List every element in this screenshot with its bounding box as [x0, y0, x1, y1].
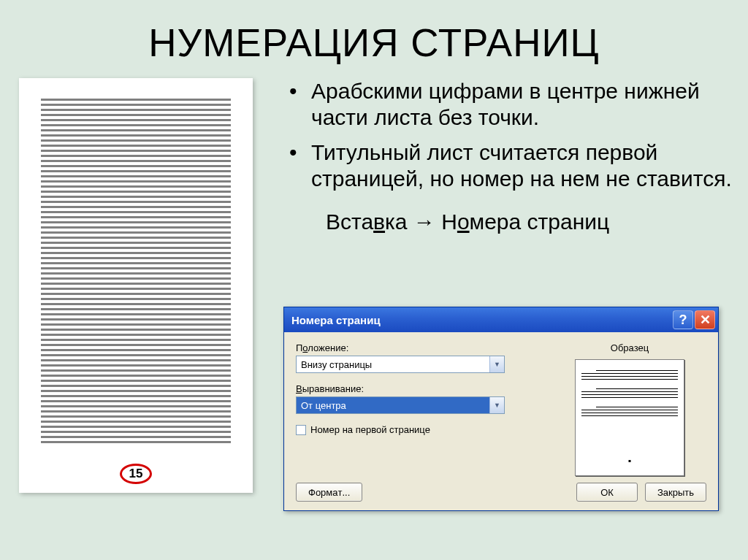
first-page-checkbox-row[interactable]: Номер на первой странице — [296, 424, 522, 435]
position-value: Внизу страницы — [297, 359, 489, 370]
dialog-title: Номера страниц — [291, 314, 671, 326]
page-number-value: 15 — [129, 467, 143, 481]
format-button[interactable]: Формат... — [296, 483, 362, 502]
ok-button[interactable]: ОК — [576, 483, 638, 502]
position-label: Положение: — [296, 342, 522, 353]
alignment-value: От центра — [297, 400, 489, 411]
page-numbers-dialog: Номера страниц ? ✕ Положение: Внизу стра… — [283, 307, 719, 511]
arrow-icon: → — [413, 210, 435, 234]
close-dialog-button[interactable]: Закрыть — [645, 483, 706, 502]
page-number-highlight: 15 — [120, 464, 152, 484]
close-button[interactable]: ✕ — [695, 310, 715, 329]
preview-area: Образец — [553, 342, 706, 476]
page-lines — [41, 99, 231, 443]
alignment-label: Выравнивание: — [296, 383, 522, 394]
slide: НУМЕРАЦИЯ СТРАНИЦ 15 Арабскими цифрами в… — [0, 0, 748, 560]
checkbox-icon[interactable] — [296, 425, 306, 435]
alignment-combo[interactable]: От центра ▼ — [296, 396, 505, 414]
chevron-down-icon: ▼ — [489, 356, 504, 372]
help-icon: ? — [679, 312, 687, 328]
slide-title: НУМЕРАЦИЯ СТРАНИЦ — [0, 0, 748, 65]
dialog-body: Положение: Внизу страницы ▼ Выравнивание… — [284, 332, 718, 510]
dialog-buttons: Формат... ОК Закрыть — [296, 483, 706, 502]
dialog-titlebar[interactable]: Номера страниц ? ✕ — [284, 307, 718, 332]
menu-path: Вставка → Номера страниц — [326, 210, 733, 234]
preview-label: Образец — [553, 342, 706, 353]
close-icon: ✕ — [700, 312, 711, 328]
preview-pagenum-dot — [629, 460, 631, 462]
chevron-down-icon: ▼ — [489, 397, 504, 413]
dialog-left: Положение: Внизу страницы ▼ Выравнивание… — [296, 342, 522, 435]
position-combo[interactable]: Внизу страницы ▼ — [296, 356, 505, 373]
help-button[interactable]: ? — [673, 310, 693, 329]
bullet-list: Арабскими цифрами в центре нижней части … — [282, 78, 733, 192]
bullet-item: Арабскими цифрами в центре нижней части … — [282, 78, 733, 131]
preview-box — [575, 359, 684, 476]
bullet-item: Титульный лист считается первой странице… — [282, 139, 733, 192]
page-illustration: 15 — [19, 78, 253, 493]
first-page-checkbox-label: Номер на первой странице — [310, 424, 430, 435]
